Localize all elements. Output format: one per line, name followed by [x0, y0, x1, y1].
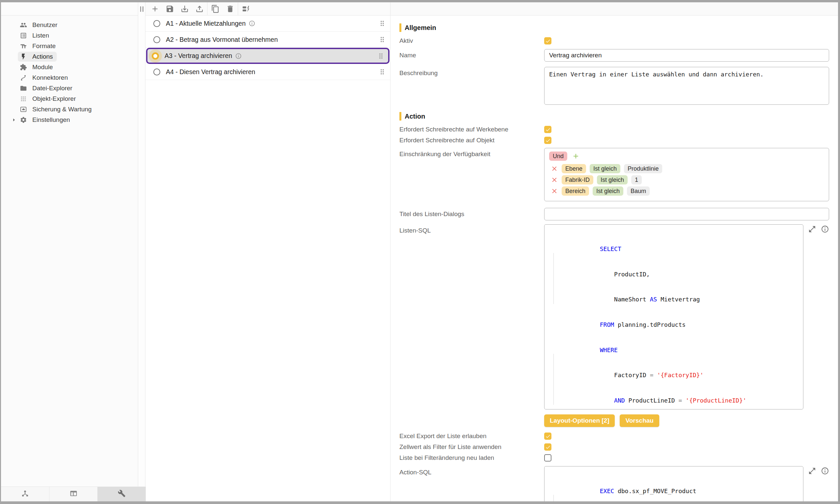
field-label: Zellwert als Filter für Liste anwenden [399, 444, 544, 451]
action-label: A2 - Betrag aus Vormonat übernehmen [166, 36, 278, 43]
condition-value-chip[interactable]: 1 [631, 175, 642, 184]
sidebar-item-label: Listen [32, 32, 49, 39]
detail-top-strip [391, 2, 838, 16]
drag-handle-icon[interactable] [378, 19, 386, 28]
condition-operator-chip[interactable]: Ist gleich [590, 164, 620, 173]
sidebar-top-strip [1, 2, 138, 16]
drag-handle-icon[interactable] [378, 68, 386, 76]
drag-handle-icon[interactable] [377, 52, 385, 60]
radio-button[interactable] [153, 36, 160, 43]
condition-field-chip[interactable]: Ebene [562, 164, 586, 173]
code-token: AND [614, 397, 625, 404]
backup-icon [20, 106, 27, 113]
sql-info-icon[interactable] [821, 225, 829, 233]
vorschau-button[interactable]: Vorschau [620, 414, 659, 427]
condition-value-chip[interactable]: Baum [627, 186, 650, 196]
splitter-grip-icon[interactable] [140, 6, 143, 12]
code-token: SELECT [600, 246, 621, 252]
action-list-row[interactable]: A3 - Vertrag archivieren [146, 48, 390, 64]
sidebar-item-datei-explorer[interactable]: Datei-Explorer [1, 83, 138, 93]
footer-tab-tools[interactable] [98, 487, 146, 501]
condition-field-chip[interactable]: Fabrik-ID [562, 175, 593, 184]
sidebar-item-konnektoren[interactable]: Konnektoren [1, 72, 138, 83]
condition-value-chip[interactable]: Produktlinie [624, 164, 662, 173]
code-token: '{FactoryID}' [657, 372, 703, 378]
panel-splitter[interactable] [138, 2, 145, 501]
action-list-row[interactable]: A2 - Betrag aus Vormonat übernehmen [145, 32, 390, 48]
radio-button[interactable] [152, 52, 159, 60]
radio-button[interactable] [153, 20, 160, 27]
action-sql-editor[interactable]: EXEC dbo.sx_pf_MOVE_Product @Username = … [544, 466, 803, 501]
remove-condition-icon[interactable] [551, 176, 558, 183]
werkebene-checkbox[interactable] [544, 126, 551, 133]
section-accent-bar [399, 112, 401, 121]
field-action-sql: Action-SQL EXEC dbo.sx_pf_MOVE_Product @… [399, 466, 830, 501]
condition-operator-chip[interactable]: Ist gleich [597, 175, 628, 184]
sql-info-icon[interactable] [821, 467, 829, 475]
sidebar-item-label: Konnektoren [32, 74, 68, 82]
action-list-toolbar [145, 2, 390, 16]
save-button[interactable] [162, 2, 177, 16]
sidebar-item-label: Benutzer [32, 21, 57, 29]
info-icon[interactable] [235, 53, 242, 59]
listen-sql-editor[interactable]: SELECT ProductID, NameShort AS Mietvertr… [544, 224, 803, 410]
info-icon[interactable] [249, 20, 255, 27]
action-list-row[interactable]: A4 - Diesen Vertrag archivieren [145, 64, 390, 80]
action-list-panel: A1 - Aktuelle Mietzahlungen A2 - Betrag … [145, 2, 391, 501]
conjunction-chip[interactable]: Und [549, 151, 567, 161]
footer-tab-hierarchy[interactable] [1, 487, 50, 501]
drag-handle-icon[interactable] [378, 36, 386, 43]
duplicate-button[interactable] [208, 2, 223, 16]
expand-sql-icon[interactable] [808, 225, 816, 233]
beschreibung-textarea[interactable]: Einen Vertrag in einer Liste auswählen u… [544, 67, 829, 105]
sidebar-item-benutzer[interactable]: Benutzer [1, 20, 138, 30]
field-label: Liste bei Filteränderung neu laden [399, 454, 544, 462]
sidebar-item-actions[interactable]: Actions [1, 51, 138, 62]
remove-condition-icon[interactable] [551, 165, 558, 172]
code-token [600, 397, 614, 404]
code-line: AND ProductLineID = '{ProductLineID}' [550, 379, 798, 405]
expand-sql-icon[interactable] [808, 467, 816, 475]
field-listen-sql: Listen-SQL SELECT ProductID, NameShort A… [399, 224, 830, 410]
condition-field-chip[interactable]: Bereich [562, 186, 589, 196]
import-button[interactable] [177, 2, 192, 16]
footer-tab-layout[interactable] [50, 487, 98, 501]
objekt-checkbox[interactable] [544, 137, 551, 144]
name-input[interactable] [544, 49, 829, 61]
sidebar-item-einstellungen[interactable]: Einstellungen [1, 115, 138, 125]
flash-icon [20, 53, 27, 60]
liste-neu-laden-checkbox[interactable] [544, 454, 551, 462]
section-title: Allgemein [405, 24, 436, 32]
export-button[interactable] [192, 2, 207, 16]
sidebar-item-label: Einstellungen [32, 116, 70, 124]
radio-button[interactable] [153, 69, 160, 75]
sidebar-item-sicherung-wartung[interactable]: Sicherung & Wartung [1, 104, 138, 115]
delete-button[interactable] [223, 2, 238, 16]
code-line: WHERE [550, 329, 798, 355]
aktiv-checkbox[interactable] [544, 37, 551, 44]
add-condition-icon[interactable] [572, 152, 580, 160]
excel-export-checkbox[interactable] [544, 433, 551, 440]
sidebar-item-objekt-explorer[interactable]: Objekt-Explorer [1, 93, 138, 104]
field-label: Action-SQL [399, 466, 544, 476]
remove-condition-icon[interactable] [551, 187, 558, 195]
action-list-row[interactable]: A1 - Aktuelle Mietzahlungen [145, 16, 390, 32]
code-line: @Username = 'SQL', [550, 495, 798, 501]
condition-operator-chip[interactable]: Ist gleich [593, 186, 623, 196]
add-button[interactable] [148, 2, 162, 16]
layout-optionen-button[interactable]: Layout-Optionen [2] [544, 414, 615, 427]
sidebar-item-listen[interactable]: Listen [1, 30, 138, 41]
titel-listen-dialog-input[interactable] [544, 208, 829, 220]
sidebar-item-formate[interactable]: Formate [1, 41, 138, 51]
code-token: planning.tdProducts [614, 321, 686, 328]
condition-row: Fabrik-ID Ist gleich 1 [549, 175, 824, 184]
field-label: Titel des Listen-Dialogs [399, 211, 544, 218]
condition-row: Ebene Ist gleich Produktlinie [549, 164, 824, 173]
zellwert-filter-checkbox[interactable] [544, 444, 551, 451]
detail-panel: Allgemein Aktiv Name Beschreibung Einen … [391, 2, 838, 501]
copy-actions-button[interactable] [238, 2, 253, 16]
code-token: FactoryID [600, 372, 650, 378]
detail-form: Allgemein Aktiv Name Beschreibung Einen … [391, 16, 838, 501]
expand-arrow-icon[interactable] [10, 116, 17, 124]
sidebar-item-module[interactable]: Module [1, 62, 138, 72]
